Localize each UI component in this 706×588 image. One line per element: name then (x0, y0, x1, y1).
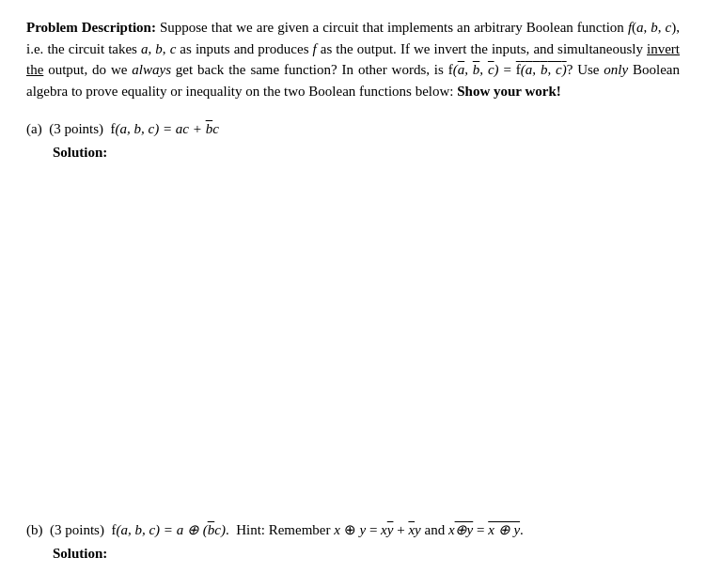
hint-math-y1: y (359, 522, 366, 537)
math-b: b (651, 20, 658, 35)
math-fabc-overline: f(a, b, c) (516, 62, 567, 77)
problem-description: Problem Description: Suppose that we are… (26, 17, 680, 101)
part-b-function: f(a, b, c) = a ⊕ (bc) (111, 522, 225, 537)
part-a-solution-label: Solution: (53, 142, 680, 163)
problem-paragraph-1: Problem Description: Suppose that we are… (26, 17, 680, 101)
math-fabc-bar: f(a, b, c) (448, 62, 499, 77)
bar-b: b (473, 62, 480, 77)
hint-math-1: x (334, 522, 340, 537)
bar-y1: y (387, 522, 394, 537)
math-a: a (636, 20, 644, 35)
bar-a: a (458, 62, 465, 77)
show-work-label: Show your work! (457, 84, 561, 99)
math-a3: a (526, 62, 533, 77)
math-c: c (666, 20, 672, 35)
part-b-label: (b) (3 points) f(a, b, c) = a ⊕ (bc). Hi… (26, 519, 524, 541)
math-c3: c (556, 62, 562, 77)
hint-math-xy: xy (381, 522, 393, 537)
part-b-f: f (111, 522, 116, 537)
math-f3: f (516, 62, 521, 77)
part-b-line: (b) (3 points) f(a, b, c) = a ⊕ (bc). Hi… (26, 519, 680, 541)
bar-x1: x (408, 522, 415, 537)
italic-always: always (132, 62, 171, 77)
math-a2: a (141, 41, 149, 56)
hint-math-xoy2: x⊕y (448, 522, 473, 537)
math-b2: b (155, 41, 163, 56)
math-fabc: f (628, 20, 632, 35)
solution-b-text: Solution: (53, 546, 107, 561)
part-b: (b) (3 points) f(a, b, c) = a ⊕ (bc). Hi… (26, 519, 680, 564)
part-a-function: f(a, b, c) = ac + bc (111, 121, 219, 136)
part-a: (a) (3 points) f(a, b, c) = ac + bc Solu… (26, 118, 680, 162)
hint-math-xbary: xy (408, 522, 420, 537)
part-b-xoy-box: ⊕y (455, 522, 474, 537)
math-b3: b (541, 62, 548, 77)
part-a-label: (a) (3 points) f(a, b, c) = ac + bc (26, 118, 219, 140)
underline-invert: invert the (26, 41, 680, 78)
solution-a-text: Solution: (53, 145, 107, 160)
math-c2: c (170, 41, 177, 56)
part-b-solution-label: Solution: (53, 543, 680, 565)
math-f: f (313, 41, 317, 56)
italic-only: only (604, 62, 628, 77)
hint-text: Hint: Remember x ⊕ y = xy + xy and x⊕y =… (236, 522, 524, 537)
math-f2: f (448, 62, 453, 77)
part-a-f: f (111, 121, 116, 136)
bar-c: c (488, 62, 494, 77)
hint-math-xoy-bar: x ⊕ y (488, 522, 520, 537)
problem-label: Problem Description: (26, 20, 156, 35)
part-a-line: (a) (3 points) f(a, b, c) = ac + bc (26, 118, 680, 140)
